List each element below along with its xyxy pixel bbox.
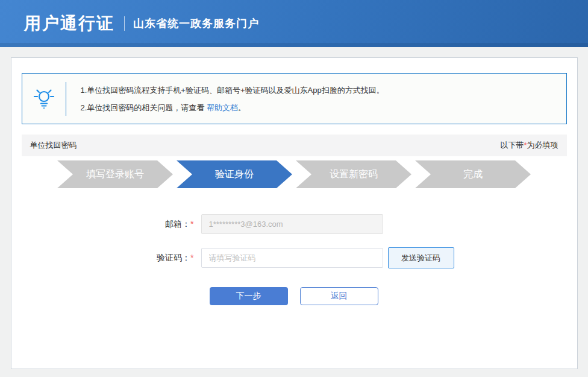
progress-steps: 填写登录账号 验证身份 设置新密码 完成 (22, 160, 567, 188)
step-verify-identity: 验证身份 (177, 160, 292, 188)
tip-box: 1.单位找回密码流程支持手机+验证码、邮箱号+验证码以及爱山东App扫脸的方式找… (22, 73, 567, 124)
portal-subtitle: 山东省统一政务服务门户 (133, 16, 259, 31)
tip-text: 1.单位找回密码流程支持手机+验证码、邮箱号+验证码以及爱山东App扫脸的方式找… (66, 81, 384, 116)
tip-line-1: 1.单位找回密码流程支持手机+验证码、邮箱号+验证码以及爱山东App扫脸的方式找… (81, 81, 384, 99)
email-label: 邮箱：* (22, 219, 194, 230)
section-title: 单位找回密码 (30, 140, 77, 151)
email-required-asterisk: * (190, 219, 193, 229)
step-complete: 完成 (415, 160, 531, 188)
lightbulb-icon (22, 88, 66, 110)
email-row: 邮箱：* (22, 214, 567, 234)
main-card: 1.单位找回密码流程支持手机+验证码、邮箱号+验证码以及爱山东App扫脸的方式找… (11, 57, 578, 369)
header-divider (124, 16, 125, 31)
back-button[interactable]: 返回 (300, 287, 378, 305)
captcha-label: 验证码：* (22, 253, 194, 264)
step-fill-account: 填写登录账号 (57, 160, 173, 188)
tip-line-2: 2.单位找回密码的相关问题，请查看 帮助文档。 (81, 99, 384, 116)
app-title: 用户通行证 (24, 12, 114, 35)
captcha-row: 验证码：* 发送验证码 (22, 247, 567, 268)
captcha-input[interactable] (201, 248, 383, 268)
captcha-required-asterisk: * (190, 253, 193, 262)
next-step-button[interactable]: 下一步 (210, 287, 288, 305)
action-buttons: 下一步 返回 (22, 287, 567, 305)
section-bar: 单位找回密码 以下带*为必填项 (22, 135, 567, 156)
step-set-new-password: 设置新密码 (296, 160, 411, 188)
app-header: 用户通行证 山东省统一政务服务门户 (0, 0, 588, 47)
verify-form: 邮箱：* 验证码：* 发送验证码 下一步 返回 (22, 214, 567, 305)
help-doc-link[interactable]: 帮助文档 (207, 103, 238, 112)
required-note: 以下带*为必填项 (500, 140, 558, 151)
email-field (201, 214, 383, 234)
send-code-button[interactable]: 发送验证码 (388, 247, 454, 268)
